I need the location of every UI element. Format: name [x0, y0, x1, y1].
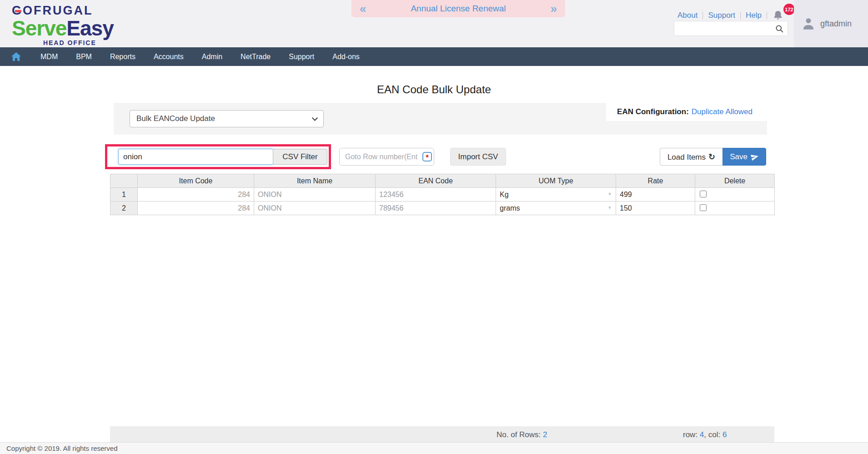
item-name-cell[interactable]: ONION — [254, 188, 376, 202]
banner-next-icon[interactable]: » — [551, 1, 557, 16]
col-header-rate: Rate — [616, 174, 695, 188]
uom-type-cell[interactable]: Kg▼ — [496, 188, 616, 202]
notifications-button[interactable]: 172 — [773, 9, 791, 22]
delete-checkbox[interactable] — [700, 204, 707, 211]
cursor-position-status: row: 4, col: 6 — [683, 426, 727, 444]
search-icon[interactable] — [775, 25, 784, 33]
delete-cell — [695, 188, 775, 202]
col-header-item-code: Item Code — [138, 174, 254, 188]
row-number-cell[interactable]: 1 — [110, 188, 138, 202]
col-header-uom-type: UOM Type — [496, 174, 616, 188]
about-link[interactable]: About — [677, 12, 703, 19]
row-count-status: No. of Rows: 2 — [497, 426, 547, 444]
nav-item-addons[interactable]: Add-ons — [323, 47, 369, 66]
app-header: GOFRUGAL ServeEasy HEAD OFFICE « Annual … — [0, 0, 868, 47]
logo-tagline: HEAD OFFICE — [12, 40, 114, 46]
goto-row-input[interactable] — [339, 148, 434, 166]
nav-item-support[interactable]: Support — [280, 47, 323, 66]
save-button[interactable]: Save — [722, 148, 766, 166]
bell-icon — [773, 10, 783, 22]
nav-item-accounts[interactable]: Accounts — [145, 47, 193, 66]
update-mode-select[interactable]: Bulk EANCode Update — [130, 110, 324, 127]
grid-empty-area — [110, 215, 774, 426]
row-number-cell[interactable]: 2 — [110, 202, 138, 215]
banner-prev-icon[interactable]: « — [360, 1, 366, 16]
uom-type-cell[interactable]: grams▼ — [496, 202, 616, 215]
help-link[interactable]: Help — [741, 12, 767, 19]
table-row: 2 284 ONION 789456 grams▼ 150 — [110, 202, 775, 215]
logo-product-text: ServeEasy — [12, 18, 114, 39]
csv-filter-button[interactable]: CSV Filter — [273, 149, 327, 165]
load-items-button[interactable]: Load Items↻ — [660, 148, 723, 166]
ean-config-value-link[interactable]: Duplicate Allowed — [692, 107, 753, 116]
global-search-box — [674, 21, 788, 36]
import-csv-button[interactable]: Import CSV — [450, 148, 506, 166]
nav-item-reports[interactable]: Reports — [101, 47, 145, 66]
username-label: gftadmin — [820, 19, 852, 29]
footer: Copyright © 2019. All rights reserved — [0, 442, 868, 454]
main-nav: MDM BPM Reports Accounts Admin NetTrade … — [0, 47, 868, 66]
home-icon — [11, 52, 21, 61]
ean-configuration: EAN Configuration: Duplicate Allowed — [606, 103, 767, 121]
global-search-input[interactable] — [674, 21, 772, 35]
notification-count-badge: 172 — [783, 4, 795, 15]
page-title: EAN Code Bulk Update — [0, 66, 868, 97]
nav-item-bpm[interactable]: BPM — [67, 47, 101, 66]
rate-cell[interactable]: 150 — [616, 202, 695, 215]
col-header-ean-code: EAN Code — [376, 174, 496, 188]
send-icon — [751, 153, 759, 161]
table-row: 1 284 ONION 123456 Kg▼ 499 — [110, 188, 775, 202]
item-name-cell[interactable]: ONION — [254, 202, 376, 215]
goto-row-field: * — [339, 148, 434, 166]
nav-home-button[interactable] — [0, 52, 31, 61]
col-header-delete: Delete — [695, 174, 775, 188]
dropdown-caret-icon: ▼ — [607, 205, 612, 210]
extension-badge-icon: * — [422, 152, 432, 161]
config-panel: Bulk EANCode Update EAN Configuration: D… — [114, 103, 767, 135]
header-links: About Support Help 172 — [677, 9, 791, 22]
banner-text[interactable]: Annual License Renewal — [411, 4, 506, 14]
item-code-cell[interactable]: 284 — [138, 202, 254, 215]
nav-item-nettrade[interactable]: NetTrade — [231, 47, 280, 66]
item-search-input[interactable] — [118, 149, 273, 165]
delete-checkbox[interactable] — [700, 191, 707, 197]
rate-cell[interactable]: 499 — [616, 188, 695, 202]
col-header-rownum — [110, 174, 138, 188]
main-content: Bulk EANCode Update EAN Configuration: D… — [110, 103, 774, 444]
dropdown-caret-icon: ▼ — [607, 192, 612, 197]
toolbar: CSV Filter * Import CSV Load Items↻ Save — [110, 135, 774, 174]
ean-grid: Item Code Item Name EAN Code UOM Type Ra… — [110, 174, 775, 215]
item-code-cell[interactable]: 284 — [138, 188, 254, 202]
refresh-icon: ↻ — [708, 152, 715, 161]
nav-item-admin[interactable]: Admin — [193, 47, 231, 66]
copyright-text: Copyright © 2019. All rights reserved — [6, 444, 118, 452]
app-logo: GOFRUGAL ServeEasy HEAD OFFICE — [12, 5, 114, 46]
nav-item-mdm[interactable]: MDM — [31, 47, 67, 66]
grid-header-row: Item Code Item Name EAN Code UOM Type Ra… — [110, 174, 775, 188]
delete-cell — [695, 202, 775, 215]
license-renewal-banner: « Annual License Renewal » — [351, 0, 565, 17]
chevron-down-icon — [312, 115, 318, 121]
user-avatar-icon — [801, 16, 816, 31]
status-bar: No. of Rows: 2 row: 4, col: 6 — [110, 426, 774, 444]
logo-brand-text: GOFRUGAL — [12, 5, 93, 17]
ean-config-label: EAN Configuration: — [617, 107, 689, 116]
logo-accent-dash-icon — [15, 10, 21, 12]
support-link[interactable]: Support — [703, 12, 741, 19]
ean-code-cell[interactable]: 123456 — [376, 188, 496, 202]
ean-code-cell[interactable]: 789456 — [376, 202, 496, 215]
user-menu[interactable]: gftadmin — [794, 0, 868, 47]
col-header-item-name: Item Name — [254, 174, 376, 188]
